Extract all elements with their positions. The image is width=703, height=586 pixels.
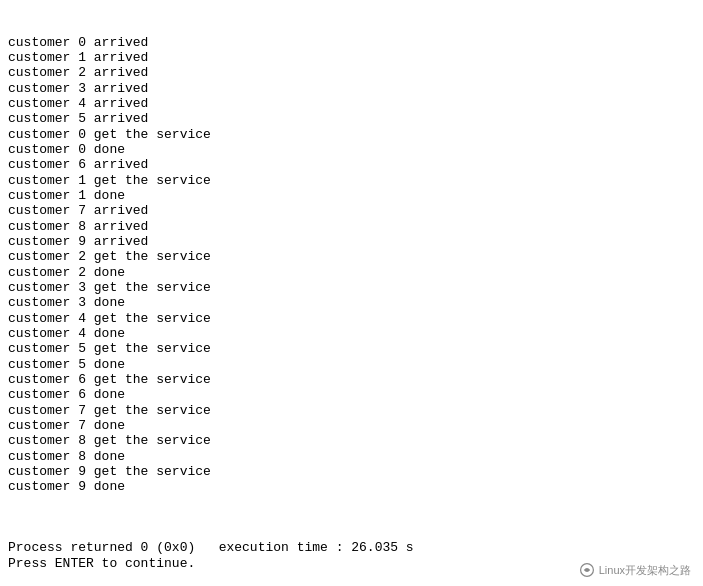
terminal-line: customer 0 get the service (8, 127, 695, 142)
terminal-line: customer 4 arrived (8, 96, 695, 111)
terminal-line: customer 2 get the service (8, 249, 695, 264)
terminal-line: customer 6 get the service (8, 372, 695, 387)
terminal-line: customer 7 done (8, 418, 695, 433)
terminal-line: customer 7 get the service (8, 403, 695, 418)
terminal-line: customer 0 arrived (8, 35, 695, 50)
terminal-line: customer 6 arrived (8, 157, 695, 172)
terminal-line: customer 5 arrived (8, 111, 695, 126)
terminal-line: customer 9 arrived (8, 234, 695, 249)
terminal-line: customer 3 done (8, 295, 695, 310)
terminal-line: customer 9 get the service (8, 464, 695, 479)
watermark-icon (579, 562, 595, 578)
watermark-text: Linux开发架构之路 (599, 563, 691, 578)
terminal-line: customer 0 done (8, 142, 695, 157)
terminal-footer-line: Process returned 0 (0x0) execution time … (8, 540, 695, 555)
terminal-line: customer 3 arrived (8, 81, 695, 96)
terminal-line: customer 2 arrived (8, 65, 695, 80)
terminal-line: customer 2 done (8, 265, 695, 280)
terminal-line: customer 4 done (8, 326, 695, 341)
terminal-line: customer 8 arrived (8, 219, 695, 234)
terminal-line: customer 6 done (8, 387, 695, 402)
terminal-line: customer 1 arrived (8, 50, 695, 65)
terminal-footer-line (8, 525, 695, 540)
terminal-line: customer 7 arrived (8, 203, 695, 218)
terminal-line: customer 5 done (8, 357, 695, 372)
watermark: Linux开发架构之路 (579, 562, 691, 578)
terminal-line: customer 8 get the service (8, 433, 695, 448)
terminal-line: customer 1 done (8, 188, 695, 203)
terminal-line: customer 3 get the service (8, 280, 695, 295)
terminal-window: customer 0 arrived customer 1 arrived cu… (0, 0, 703, 586)
terminal-line: customer 9 done (8, 479, 695, 494)
terminal-line: customer 4 get the service (8, 311, 695, 326)
terminal-line: customer 8 done (8, 449, 695, 464)
terminal-line: customer 1 get the service (8, 173, 695, 188)
terminal-line: customer 5 get the service (8, 341, 695, 356)
terminal-content: customer 0 arrived customer 1 arrived cu… (0, 0, 703, 586)
